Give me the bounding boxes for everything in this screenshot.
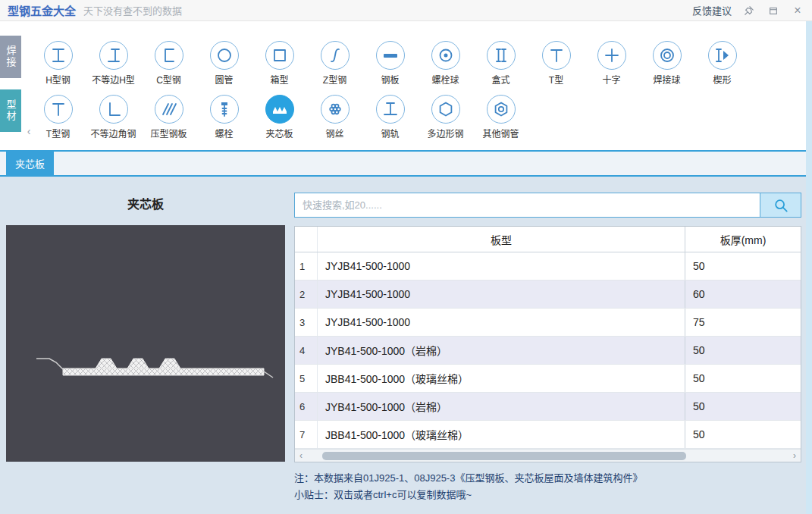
category-t-steel[interactable]: T型钢	[30, 86, 86, 150]
category-steel-wire[interactable]: 钢丝	[307, 86, 362, 150]
h-beam-icon[interactable]	[44, 41, 73, 70]
cell-panel-type[interactable]: JBB41-500-1000（玻璃丝棉）	[318, 365, 685, 392]
category-c-steel[interactable]: C型钢	[141, 21, 196, 86]
cell-panel-type[interactable]: JBB41-500-1000（玻璃丝棉）	[318, 421, 685, 448]
scroll-right-icon[interactable]: ›	[788, 451, 801, 460]
category-bolt-ball[interactable]: 螺栓球	[418, 21, 473, 86]
scrollbar-thumb[interactable]	[322, 452, 686, 460]
data-table: 板型 板厚(mm) 1JYJB41-500-1000502JYJB41-500-…	[294, 226, 801, 462]
category-label: 楔形	[713, 73, 731, 86]
table-row[interactable]: 5JBB41-500-1000（玻璃丝棉）50	[295, 365, 801, 393]
feedback-link[interactable]: 反馈建议	[692, 3, 732, 17]
table-row[interactable]: 1JYJB41-500-100050	[295, 252, 801, 281]
steel-plate-icon[interactable]	[376, 41, 405, 70]
table-row[interactable]: 6JYB41-500-1000（岩棉）50	[295, 393, 801, 421]
category-other-pipe[interactable]: 其他钢管	[473, 86, 528, 150]
close-icon[interactable]: ×	[791, 4, 804, 17]
category-steel-plate[interactable]: 钢板	[362, 21, 418, 86]
sidebar-tab-profile[interactable]: 型材	[0, 89, 21, 132]
titlebar-controls: 反馈建议 ×	[692, 3, 804, 17]
cell-thickness[interactable]: 60	[685, 281, 801, 308]
other-pipe-icon[interactable]	[487, 95, 516, 124]
right-edge-scrollbar[interactable]	[806, 21, 812, 514]
category-box-section[interactable]: 箱型	[252, 21, 307, 86]
category-sandwich-panel[interactable]: 夹芯板	[252, 86, 307, 150]
table-row[interactable]: 7JBB41-500-1000（玻璃丝棉）50	[295, 421, 801, 449]
row-number: 4	[295, 337, 318, 364]
category-profiled-sheet[interactable]: 压型钢板	[141, 86, 196, 150]
category-round-pipe[interactable]: 圆管	[196, 21, 252, 86]
category-unequal-angle[interactable]: 不等边角钢	[86, 86, 141, 150]
profiled-sheet-icon[interactable]	[155, 95, 183, 124]
category-label: 圆管	[215, 73, 233, 86]
cell-panel-type[interactable]: JYB41-500-1000（岩棉）	[318, 393, 685, 420]
category-box-type[interactable]: 盒式	[473, 21, 528, 86]
category-cross-section[interactable]: 十字	[584, 21, 639, 86]
table-row[interactable]: 2JYJB41-500-100060	[295, 281, 801, 309]
box-section-icon[interactable]	[265, 41, 294, 70]
titlebar: 型钢五金大全 天下没有查不到的数据 反馈建议 ×	[0, 0, 812, 21]
note-tip: 小贴士：双击或者ctrl+c可以复制数据哦~	[294, 487, 801, 503]
tab-sandwich-panel[interactable]: 夹芯板	[6, 152, 54, 175]
panel-title: 夹芯板	[6, 183, 285, 225]
column-header-type[interactable]: 板型	[318, 227, 685, 252]
app-subtitle: 天下没有查不到的数据	[83, 3, 182, 17]
cell-thickness[interactable]: 75	[685, 309, 801, 336]
side-tabs: 焊接 型材	[0, 21, 21, 150]
c-steel-icon[interactable]	[155, 41, 183, 70]
weld-ball-icon[interactable]	[653, 41, 682, 70]
rail-icon[interactable]	[376, 95, 405, 124]
steel-wire-icon[interactable]	[321, 95, 350, 124]
table-row[interactable]: 3JYJB41-500-100075	[295, 309, 801, 337]
cell-thickness[interactable]: 50	[685, 337, 801, 364]
column-header-thickness[interactable]: 板厚(mm)	[685, 227, 801, 252]
polygon-steel-icon[interactable]	[431, 95, 460, 124]
column-header-index	[295, 227, 318, 252]
sandwich-panel-diagram	[6, 225, 285, 462]
horizontal-scrollbar[interactable]: ‹ ›	[295, 449, 801, 462]
category-t-section[interactable]: T型	[528, 21, 584, 86]
cell-panel-type[interactable]: JYB41-500-1000（岩棉）	[318, 337, 685, 364]
unequal-angle-icon[interactable]	[99, 95, 128, 124]
category-label: 十字	[602, 73, 620, 86]
unequal-h-beam-icon[interactable]	[99, 41, 128, 70]
search-icon	[773, 198, 788, 213]
box-type-icon[interactable]	[487, 41, 516, 70]
cell-panel-type[interactable]: JYJB41-500-1000	[318, 281, 685, 308]
sidebar-tab-welding[interactable]: 焊接	[0, 36, 21, 78]
data-panel: 板型 板厚(mm) 1JYJB41-500-1000502JYJB41-500-…	[294, 193, 801, 508]
scroll-left-icon[interactable]: ‹	[295, 451, 307, 460]
pin-icon[interactable]	[742, 4, 756, 17]
cell-thickness[interactable]: 50	[685, 365, 801, 392]
collapse-arrow-icon[interactable]: ‹	[23, 121, 35, 141]
minimize-icon[interactable]	[767, 4, 780, 17]
cell-thickness[interactable]: 50	[685, 421, 801, 448]
table-header: 板型 板厚(mm)	[295, 227, 801, 252]
round-pipe-icon[interactable]	[210, 41, 239, 70]
z-steel-icon[interactable]	[321, 41, 350, 70]
sandwich-panel-icon[interactable]	[265, 95, 294, 124]
cell-thickness[interactable]: 50	[685, 393, 801, 420]
bolt-ball-icon[interactable]	[431, 41, 460, 70]
cell-panel-type[interactable]: JYJB41-500-1000	[318, 309, 685, 336]
category-rail[interactable]: 钢轨	[362, 86, 418, 150]
table-row[interactable]: 4JYB41-500-1000（岩棉）50	[295, 337, 801, 365]
category-polygon-steel[interactable]: 多边形钢	[418, 86, 473, 150]
search-input[interactable]	[294, 193, 760, 218]
search-button[interactable]	[760, 193, 801, 218]
cell-thickness[interactable]: 50	[685, 252, 801, 280]
category-unequal-h-beam[interactable]: 不等边H型	[86, 21, 141, 86]
category-wedge[interactable]: 楔形	[694, 21, 750, 86]
cell-panel-type[interactable]: JYJB41-500-1000	[318, 252, 685, 280]
bolt-icon[interactable]	[210, 95, 239, 124]
t-section-icon[interactable]	[542, 41, 571, 70]
category-h-beam[interactable]: H型钢	[30, 21, 86, 86]
cross-section-icon[interactable]	[597, 41, 626, 70]
category-icon-area: 焊接 型材 ‹ H型钢不等边H型C型钢圆管箱型Z型钢钢板螺栓球盒式T型十字焊接球…	[0, 21, 812, 150]
t-steel-icon[interactable]	[44, 95, 73, 124]
category-bolt[interactable]: 螺栓	[196, 86, 252, 150]
category-weld-ball[interactable]: 焊接球	[639, 21, 694, 86]
category-z-steel[interactable]: Z型钢	[307, 21, 362, 86]
wedge-icon[interactable]	[708, 41, 737, 70]
category-label: 箱型	[270, 73, 288, 86]
